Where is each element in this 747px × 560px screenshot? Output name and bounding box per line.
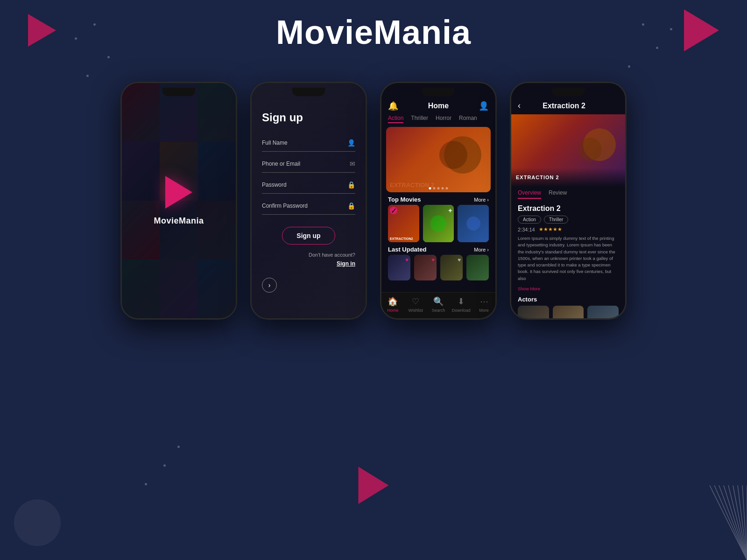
home-nav-label: Home <box>387 308 398 313</box>
phone-splash: MovieMania <box>120 82 237 320</box>
actor-card-3[interactable] <box>587 306 619 318</box>
phone-email-field[interactable]: Phone or Email ✉ <box>262 155 355 173</box>
phone-detail: ‹ Extraction 2 EXTRACTION 2 Overview Rev… <box>510 82 627 320</box>
profile-icon[interactable]: 👤 <box>479 101 489 111</box>
lock-icon: 🔒 <box>347 181 355 189</box>
dot-4 <box>442 187 444 189</box>
detail-body: Extraction 2 Action Thriller 2:34:14 ★★★… <box>511 202 625 318</box>
confirm-password-field[interactable]: Confirm Password 🔒 <box>262 197 355 215</box>
duration: 2:34:14 <box>518 227 535 232</box>
svg-line-4 <box>728 485 747 560</box>
top-movies-label: Top Movies <box>388 196 421 203</box>
nav-home[interactable]: 🏠 Home <box>381 296 404 313</box>
last-updated-more[interactable]: More › <box>474 247 489 252</box>
genre-thriller[interactable]: Thriller <box>411 115 428 123</box>
decorative-play-icon-top-right <box>684 9 719 51</box>
movie-card-shrek[interactable]: + <box>423 205 454 242</box>
nav-download[interactable]: ⬇ Download <box>450 296 472 313</box>
dot-2 <box>433 187 436 189</box>
genre-tabs: Action Thriller Horror Roman <box>381 115 495 127</box>
splash-app-name: MovieMania <box>154 216 204 226</box>
password-field[interactable]: Password 🔒 <box>262 176 355 194</box>
wishlist-nav-icon: ♡ <box>412 296 419 307</box>
nav-more[interactable]: ⋯ More <box>472 296 495 313</box>
detail-movie-title: Extraction 2 <box>518 204 619 213</box>
detail-description: Lorem Ipsum is simply dummy text of the … <box>518 235 619 282</box>
back-button[interactable]: ‹ <box>518 101 521 111</box>
hero-banner[interactable]: EXTRACTION 2 <box>386 127 491 192</box>
decorative-circle <box>14 499 61 546</box>
phone-email-label: Phone or Email <box>262 161 300 167</box>
home-header: 🔔 Home 👤 <box>381 83 495 115</box>
nav-wishlist[interactable]: ♡ Wishlist <box>404 296 427 313</box>
top-movies-header: Top Movies More › <box>381 192 495 205</box>
last-updated-label: Last Updated <box>388 246 426 253</box>
splash-play-icon <box>165 176 192 209</box>
phones-showcase: MovieMania Sign up Full Name 👤 Phone or … <box>120 82 627 320</box>
home-content: 🔔 Home 👤 Action Thriller Horror Roman EX… <box>381 83 495 318</box>
top-movies-row: ✓ EXTRACTION2 + <box>381 205 495 242</box>
genre-horror[interactable]: Horror <box>436 115 451 123</box>
dot-1 <box>429 187 431 189</box>
app-title: MovieMania <box>276 13 471 51</box>
dot-3 <box>437 187 440 189</box>
more-nav-label: More <box>479 308 489 313</box>
phone-signup: Sign up Full Name 👤 Phone or Email ✉ Pas… <box>250 82 367 320</box>
actors-row-1 <box>518 306 619 318</box>
signin-link[interactable]: Sign in <box>337 260 355 267</box>
wishlist-nav-label: Wishlist <box>409 308 423 313</box>
movie-card-3[interactable] <box>458 205 489 242</box>
tab-overview[interactable]: Overview <box>518 189 541 199</box>
bell-icon[interactable]: 🔔 <box>388 101 398 111</box>
signin-section: Don't have account? Sign in <box>262 252 355 267</box>
dont-have-text: Don't have account? <box>309 252 355 258</box>
lock2-icon: 🔒 <box>347 202 355 210</box>
tag-action: Action <box>518 216 541 224</box>
splash-content: MovieMania <box>122 83 236 318</box>
actor-card-1[interactable] <box>518 306 549 318</box>
fullname-field[interactable]: Full Name 👤 <box>262 134 355 152</box>
download-nav-label: Download <box>452 308 471 313</box>
actor-card-2[interactable] <box>553 306 584 318</box>
tab-review[interactable]: Review <box>549 189 567 199</box>
tag-thriller: Thriller <box>544 216 569 224</box>
last-updated-row: ♥ ♥ ♥ <box>381 255 495 280</box>
nav-search[interactable]: 🔍 Search <box>427 296 450 313</box>
person-icon: 👤 <box>347 139 355 147</box>
home-title: Home <box>428 102 449 110</box>
actors-section-title: Actors <box>518 296 619 303</box>
hero-carousel-dots <box>429 187 448 189</box>
detail-tabs: Overview Review <box>511 187 625 202</box>
decorative-play-icon-bottom <box>359 467 389 504</box>
phone-home: 🔔 Home 👤 Action Thriller Horror Roman EX… <box>380 82 497 320</box>
show-more-link[interactable]: Show More <box>518 286 540 291</box>
checkmark-badge: ✓ <box>390 207 397 214</box>
download-nav-icon: ⬇ <box>458 296 465 307</box>
email-icon: ✉ <box>350 160 355 168</box>
confirm-password-label: Confirm Password <box>262 203 308 209</box>
last-updated-header: Last Updated More › <box>381 242 495 255</box>
home-nav-icon: 🏠 <box>388 296 398 307</box>
signup-button[interactable]: Sign up <box>282 227 335 245</box>
movie-card-label: EXTRACTION2 <box>390 237 413 240</box>
back-arrow-button[interactable]: › <box>262 278 277 293</box>
genre-roman[interactable]: Roman <box>459 115 477 123</box>
detail-content: ‹ Extraction 2 EXTRACTION 2 Overview Rev… <box>511 83 625 318</box>
signup-content: Sign up Full Name 👤 Phone or Email ✉ Pas… <box>252 83 366 318</box>
detail-hero-title: EXTRACTION 2 <box>516 175 559 180</box>
decorative-play-icon-top-left <box>28 14 56 47</box>
genre-action[interactable]: Action <box>388 115 403 123</box>
detail-header: ‹ Extraction 2 <box>511 83 625 114</box>
decorative-lines <box>672 485 747 560</box>
search-nav-label: Search <box>432 308 445 313</box>
fullname-label: Full Name <box>262 140 288 146</box>
password-label: Password <box>262 182 287 188</box>
add-button[interactable]: + <box>448 207 452 214</box>
movie-card-extraction[interactable]: ✓ EXTRACTION2 <box>388 205 419 242</box>
detail-meta: 2:34:14 ★★★★★ <box>518 226 619 232</box>
more-nav-icon: ⋯ <box>480 296 488 307</box>
star-rating: ★★★★★ <box>539 226 562 232</box>
detail-tags: Action Thriller <box>518 216 619 224</box>
top-movies-more[interactable]: More › <box>474 197 489 203</box>
dot-5 <box>446 187 448 189</box>
